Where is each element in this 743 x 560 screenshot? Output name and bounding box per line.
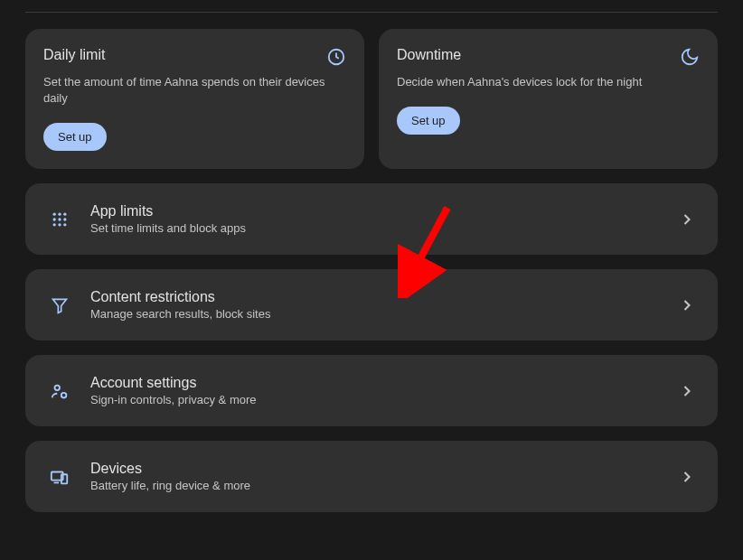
chevron-right-icon [678, 382, 696, 400]
downtime-title: Downtime [397, 47, 461, 63]
svg-point-11 [55, 385, 61, 390]
apps-grid-icon [47, 210, 72, 229]
svg-point-3 [63, 212, 66, 215]
devices-icon [47, 467, 72, 487]
devices-desc: Battery life, ring device & more [90, 479, 660, 492]
svg-point-6 [63, 218, 66, 220]
account-settings-desc: Sign-in controls, privacy & more [90, 393, 660, 406]
account-gear-icon [47, 381, 72, 401]
svg-point-4 [53, 218, 56, 220]
daily-limit-title: Daily limit [43, 47, 105, 63]
svg-point-9 [63, 223, 66, 226]
chevron-right-icon [678, 210, 696, 229]
svg-point-1 [53, 212, 56, 215]
daily-limit-desc: Set the amount of time Aahna spends on t… [43, 74, 346, 107]
devices-title: Devices [90, 461, 660, 477]
divider [25, 12, 718, 13]
daily-limit-setup-button[interactable]: Set up [43, 123, 107, 151]
filter-icon [47, 296, 72, 314]
app-limits-title: App limits [90, 203, 660, 219]
content-restrictions-row[interactable]: Content restrictions Manage search resul… [25, 269, 718, 341]
downtime-setup-button[interactable]: Set up [397, 107, 460, 135]
app-limits-desc: Set time limits and block apps [90, 221, 660, 235]
svg-point-12 [61, 393, 67, 398]
svg-point-7 [53, 223, 56, 226]
downtime-desc: Decide when Aahna's devices lock for the… [397, 74, 700, 90]
svg-point-5 [58, 218, 61, 220]
svg-marker-10 [53, 299, 67, 313]
clock-icon [326, 47, 346, 67]
account-settings-row[interactable]: Account settings Sign-in controls, priva… [25, 355, 718, 426]
content-restrictions-desc: Manage search results, block sites [90, 307, 660, 321]
downtime-card: Downtime Decide when Aahna's devices loc… [379, 29, 718, 169]
app-limits-row[interactable]: App limits Set time limits and block app… [25, 183, 718, 255]
account-settings-title: Account settings [90, 375, 660, 391]
chevron-right-icon [678, 468, 696, 486]
content-restrictions-title: Content restrictions [90, 289, 660, 305]
svg-point-2 [58, 212, 61, 215]
moon-icon [680, 47, 700, 67]
chevron-right-icon [678, 296, 696, 314]
daily-limit-card: Daily limit Set the amount of time Aahna… [25, 29, 364, 169]
svg-point-8 [58, 223, 61, 226]
devices-row[interactable]: Devices Battery life, ring device & more [25, 441, 718, 512]
